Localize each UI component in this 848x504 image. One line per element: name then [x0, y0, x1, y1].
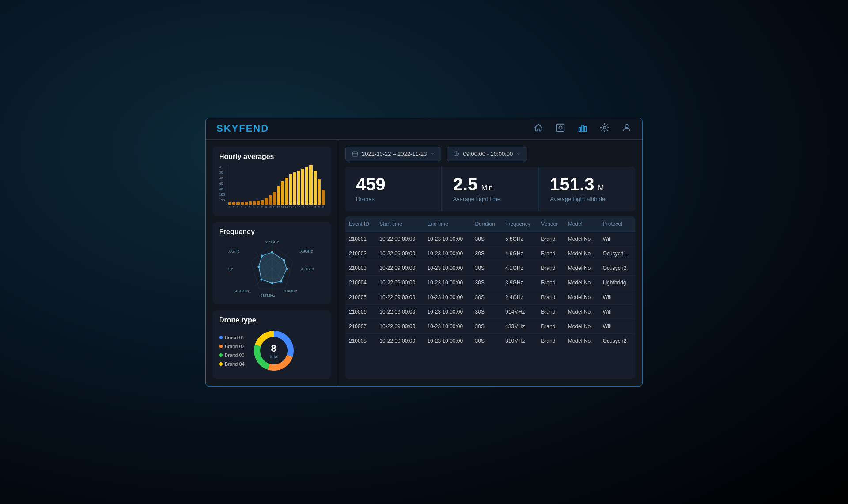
- x-label-8: 8: [261, 206, 264, 208]
- drone-type-card: Drone type Brand 01 Brand 02: [213, 310, 331, 379]
- x-label-21: 21: [313, 206, 316, 208]
- header: SKYFEND: [206, 118, 642, 140]
- cell-model-6: Model No.: [564, 319, 599, 333]
- cell-end-5: 10-23 10:00:00: [424, 304, 471, 319]
- bar-9: [265, 198, 268, 205]
- cell-vendor-3: Brand: [538, 275, 564, 290]
- nav-home-icon[interactable]: [534, 123, 543, 135]
- svg-text:5.8GHz: 5.8GHz: [228, 249, 239, 254]
- bar-10: [269, 195, 272, 204]
- legend-brand02: Brand 02: [219, 344, 245, 349]
- stat-altitude: 151.3 M Average flight altitude: [539, 167, 635, 211]
- cell-frequency-6: 433MHz: [502, 319, 538, 333]
- cell-vendor-7: Brand: [538, 333, 564, 348]
- cell-start-5: 10-22 09:00:00: [376, 304, 424, 319]
- cell-model-2: Model No.: [564, 261, 599, 275]
- brand04-dot: [219, 362, 223, 366]
- brand01-dot: [219, 336, 223, 339]
- col-end-time: End time: [424, 216, 471, 232]
- cell-duration-2: 30S: [472, 261, 502, 275]
- cell-protocol-6: Wifi: [599, 319, 635, 333]
- calendar-icon: [352, 151, 358, 157]
- brand03-label: Brand 03: [225, 352, 245, 358]
- cell-end-2: 10-23 10:00:00: [424, 261, 471, 275]
- cell-model-5: Model No.: [564, 304, 599, 319]
- nav-shield-icon[interactable]: [556, 123, 565, 135]
- cell-duration-5: 30S: [472, 304, 502, 319]
- bar-0: [228, 202, 231, 204]
- x-label-9: 9: [265, 206, 268, 208]
- table-row[interactable]: 21000510-22 09:00:0010-23 10:00:0030S2.4…: [345, 290, 635, 304]
- cell-vendor-6: Brand: [538, 319, 564, 333]
- brand02-dot: [219, 345, 223, 348]
- cell-protocol-1: Ocusycn1.: [599, 246, 635, 261]
- bar-1: [232, 202, 235, 205]
- cell-start-7: 10-22 09:00:00: [376, 333, 424, 348]
- x-label-19: 19: [305, 206, 308, 208]
- col-duration: Duration: [472, 216, 502, 232]
- cell-frequency-0: 5.8GHz: [502, 231, 538, 246]
- cell-end-1: 10-23 10:00:00: [424, 246, 471, 261]
- stat-altitude-label: Average flight altitude: [550, 196, 625, 202]
- bar-7: [257, 201, 260, 204]
- cell-frequency-3: 3.9GHz: [502, 275, 538, 290]
- events-table: Event ID Start time End time Duration Fr…: [345, 216, 635, 348]
- nav-icons: [534, 123, 632, 135]
- cell-frequency-5: 914MHz: [502, 304, 538, 319]
- x-label-4: 4: [244, 206, 247, 208]
- nav-analytics-icon[interactable]: [578, 123, 587, 135]
- table-row[interactable]: 21000610-22 09:00:0010-23 10:00:0030S914…: [345, 304, 635, 319]
- cell-protocol-3: Lightbridg: [599, 275, 635, 290]
- cell-vendor-4: Brand: [538, 290, 564, 304]
- table-row[interactable]: 21000210-22 09:00:0010-23 10:00:0030S4.9…: [345, 246, 635, 261]
- stat-altitude-value: 151.3 M: [550, 175, 625, 193]
- x-label-14: 14: [285, 206, 288, 208]
- time-filter[interactable]: 09:00:00 - 10:00:00: [447, 147, 527, 161]
- cell-id-5: 210006: [345, 304, 376, 319]
- cell-end-3: 10-23 10:00:00: [424, 275, 471, 290]
- svg-point-24: [260, 278, 262, 280]
- x-label-2: 2: [236, 206, 239, 208]
- cell-model-3: Model No.: [564, 275, 599, 290]
- table-row[interactable]: 21000110-22 09:00:0010-23 10:00:0030S5.8…: [345, 231, 635, 246]
- table-row[interactable]: 21000410-22 09:00:0010-23 10:00:0030S3.9…: [345, 275, 635, 290]
- bar-8: [261, 200, 264, 205]
- date-filter[interactable]: 2022-10-22 – 2022-11-23: [345, 147, 441, 161]
- cell-id-7: 210008: [345, 333, 376, 348]
- stat-drones: 459 Drones: [345, 167, 442, 211]
- table-row[interactable]: 21000710-22 09:00:0010-23 10:00:0030S433…: [345, 319, 635, 333]
- cell-id-0: 210001: [345, 231, 376, 246]
- x-label-22: 22: [317, 206, 320, 208]
- stat-drones-label: Drones: [356, 196, 431, 202]
- table-row[interactable]: 21000310-22 09:00:0010-23 10:00:0030S4.1…: [345, 261, 635, 275]
- bar-16: [293, 172, 296, 205]
- col-start-time: Start time: [376, 216, 424, 232]
- x-label-0: 0: [228, 206, 231, 208]
- x-label-11: 11: [273, 206, 276, 208]
- main-content: Hourly averages 120 100 80 60 40 20 0 01…: [206, 140, 642, 386]
- svg-text:310MHz: 310MHz: [282, 289, 297, 293]
- col-model: Model: [564, 216, 599, 232]
- bar-2: [236, 202, 239, 204]
- svg-text:433MHz: 433MHz: [260, 293, 275, 298]
- bar-18: [301, 169, 304, 205]
- nav-user-icon[interactable]: [622, 123, 632, 135]
- frequency-title: Frequency: [219, 228, 325, 236]
- x-label-5: 5: [248, 206, 251, 208]
- bar-17: [297, 171, 300, 205]
- right-panel: 2022-10-22 – 2022-11-23 09:00:00 - 10:00…: [338, 140, 642, 386]
- svg-point-26: [261, 254, 263, 257]
- svg-point-1: [559, 126, 562, 129]
- col-event-id: Event ID: [345, 216, 376, 232]
- cell-duration-3: 30S: [472, 275, 502, 290]
- cell-id-1: 210002: [345, 246, 376, 261]
- x-label-17: 17: [297, 206, 300, 208]
- chevron-down-icon: [430, 152, 435, 156]
- x-label-6: 6: [252, 206, 255, 208]
- cell-id-3: 210004: [345, 275, 376, 290]
- nav-settings-icon[interactable]: [600, 123, 610, 135]
- svg-rect-40: [353, 152, 358, 156]
- cell-model-1: Model No.: [564, 246, 599, 261]
- bar-19: [305, 167, 308, 205]
- table-row[interactable]: 21000810-22 09:00:0010-23 10:00:0030S310…: [345, 333, 635, 348]
